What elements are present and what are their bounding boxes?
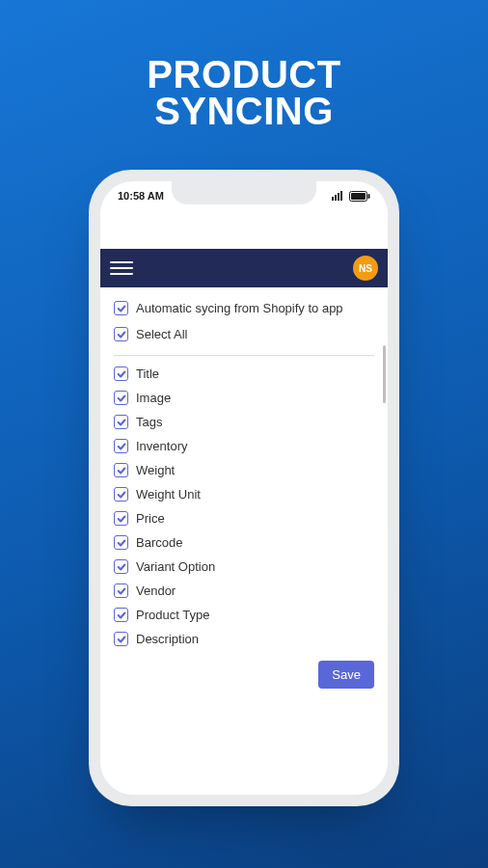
checkbox-icon[interactable] <box>114 583 128 598</box>
avatar-initials: NS <box>359 263 372 274</box>
avatar[interactable]: NS <box>353 256 378 281</box>
field-label: Description <box>136 632 199 646</box>
top-gap <box>100 210 388 249</box>
checkbox-icon[interactable] <box>114 463 128 477</box>
scrollbar[interactable] <box>383 345 386 403</box>
field-row[interactable]: Weight <box>114 458 374 482</box>
content-area: Automatic sycing from Shopify to app Sel… <box>100 287 388 795</box>
checkbox-icon[interactable] <box>114 391 128 405</box>
field-row[interactable]: Inventory <box>114 434 374 458</box>
select-all-label: Select All <box>136 327 187 341</box>
checkbox-icon[interactable] <box>114 327 128 341</box>
signal-icon <box>332 191 345 201</box>
field-row[interactable]: Weight Unit <box>114 482 374 506</box>
menu-icon[interactable] <box>110 257 133 280</box>
checkbox-icon[interactable] <box>114 301 128 315</box>
checkbox-icon[interactable] <box>114 439 128 453</box>
promo-title-line1: PRODUCT <box>147 56 340 93</box>
checkbox-icon[interactable] <box>114 487 128 502</box>
field-list: TitleImageTagsInventoryWeightWeight Unit… <box>114 362 374 651</box>
checkbox-icon[interactable] <box>114 366 128 381</box>
field-row[interactable]: Title <box>114 362 374 386</box>
promo-title-line2: SYNCING <box>147 93 340 129</box>
checkbox-icon[interactable] <box>114 632 128 646</box>
field-label: Weight Unit <box>136 487 201 502</box>
phone-screen: 10:58 AM NS <box>100 181 388 795</box>
phone-frame: 10:58 AM NS <box>89 170 399 806</box>
field-row[interactable]: Tags <box>114 410 374 434</box>
field-label: Tags <box>136 415 162 429</box>
status-time: 10:58 AM <box>118 190 164 202</box>
promo-title: PRODUCT SYNCING <box>147 56 340 129</box>
field-label: Barcode <box>136 535 182 550</box>
divider <box>114 355 374 356</box>
checkbox-icon[interactable] <box>114 559 128 574</box>
field-row[interactable]: Vendor <box>114 579 374 603</box>
field-label: Title <box>136 366 159 381</box>
app-navbar: NS <box>100 249 388 287</box>
phone-notch <box>172 181 316 204</box>
battery-icon <box>349 191 370 202</box>
save-row: Save <box>114 661 374 689</box>
field-row[interactable]: Barcode <box>114 530 374 555</box>
field-label: Product Type <box>136 608 209 622</box>
field-row[interactable]: Description <box>114 627 374 651</box>
save-button[interactable]: Save <box>318 661 374 689</box>
field-row[interactable]: Image <box>114 386 374 410</box>
status-indicators <box>332 191 370 202</box>
field-row[interactable]: Price <box>114 506 374 530</box>
svg-rect-1 <box>335 195 337 201</box>
field-row[interactable]: Product Type <box>114 603 374 627</box>
checkbox-icon[interactable] <box>114 415 128 429</box>
checkbox-icon[interactable] <box>114 608 128 622</box>
svg-rect-5 <box>351 193 366 200</box>
field-label: Weight <box>136 463 175 477</box>
checkbox-icon[interactable] <box>114 511 128 526</box>
checkbox-icon[interactable] <box>114 535 128 550</box>
svg-rect-6 <box>368 194 370 199</box>
svg-rect-0 <box>332 197 334 201</box>
field-label: Price <box>136 511 165 526</box>
field-label: Variant Option <box>136 559 215 574</box>
field-label: Vendor <box>136 583 176 598</box>
svg-rect-3 <box>340 191 342 201</box>
field-row[interactable]: Variant Option <box>114 555 374 579</box>
field-label: Image <box>136 391 171 405</box>
svg-rect-2 <box>338 193 339 201</box>
select-all-row[interactable]: Select All <box>114 321 374 347</box>
auto-sync-row[interactable]: Automatic sycing from Shopify to app <box>114 295 374 321</box>
field-label: Inventory <box>136 439 187 453</box>
auto-sync-label: Automatic sycing from Shopify to app <box>136 301 343 315</box>
